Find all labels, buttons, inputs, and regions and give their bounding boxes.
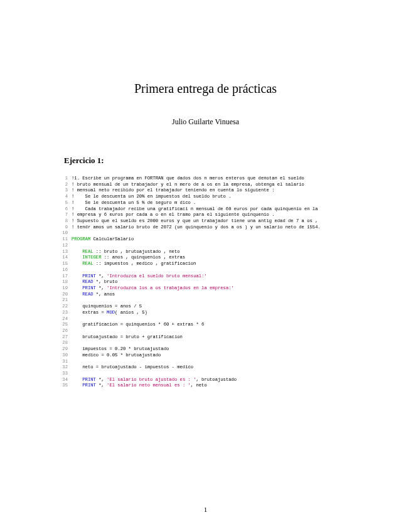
code-line: 32 neto = brutoajustado - impuestos - me… bbox=[56, 364, 355, 371]
line-content: PRINT *, 'Introduzca los a os trabajados… bbox=[72, 285, 355, 292]
code-line: 19 PRINT *, 'Introduzca los a os trabaja… bbox=[56, 285, 355, 292]
code-line: 5! Se le descuenta un 5 % de seguro m di… bbox=[56, 200, 355, 206]
line-content: READ *, bruto bbox=[72, 279, 355, 285]
code-line: 6! Cada trabajador recibe una gratificac… bbox=[56, 206, 355, 213]
code-line: 3! mensual neto recibido por el trabajad… bbox=[56, 188, 355, 194]
line-content: neto = brutoajustado - impuestos - medic… bbox=[72, 364, 355, 371]
line-number: 24 bbox=[56, 316, 72, 322]
line-content: ! bruto mensual de un trabajador y el n … bbox=[72, 182, 355, 188]
line-number: 13 bbox=[56, 249, 72, 255]
code-line: 13 REAL :: bruto , brutoajustado , neto bbox=[56, 249, 355, 255]
code-line: 16 bbox=[56, 267, 355, 274]
line-number: 22 bbox=[56, 304, 72, 310]
code-listing: 1!1. Escribe un programa en FORTRAN que … bbox=[56, 176, 355, 389]
line-content: gratificacion = quinquenios * 60 + extra… bbox=[72, 322, 355, 328]
line-number: 27 bbox=[56, 334, 72, 341]
code-line: 22 quinquenios = anos / 5 bbox=[56, 304, 355, 310]
line-number: 14 bbox=[56, 255, 72, 261]
line-content: !1. Escribe un programa en FORTRAN que d… bbox=[72, 176, 355, 182]
line-content: brutoajustado = bruto + gratificacion bbox=[72, 334, 355, 341]
line-number: 4 bbox=[56, 194, 72, 200]
code-line: 9! tendr amos un salario bruto de 2072 (… bbox=[56, 225, 355, 231]
line-content: ! Supuesto que el sueldo es 2000 euros y… bbox=[72, 218, 355, 225]
code-line: 15 REAL :: impuestos , medico , gratific… bbox=[56, 261, 355, 267]
code-line: 26 bbox=[56, 328, 355, 334]
line-content: REAL :: bruto , brutoajustado , neto bbox=[72, 249, 355, 255]
page-number: 1 bbox=[0, 506, 411, 513]
document-page: Primera entrega de prácticas Julio Guila… bbox=[0, 0, 411, 532]
line-number: 34 bbox=[56, 377, 72, 383]
line-content: ! Se le descuenta un 5 % de seguro m dic… bbox=[72, 200, 355, 206]
line-content: PRINT *, 'El salario neto mensual es : '… bbox=[72, 383, 355, 389]
line-number: 26 bbox=[56, 328, 72, 334]
line-number: 18 bbox=[56, 279, 72, 285]
line-number: 20 bbox=[56, 292, 72, 298]
line-number: 21 bbox=[56, 297, 72, 304]
code-line: 14 INTEGER :: anos , quinquenios , extra… bbox=[56, 255, 355, 261]
code-line: 29 impuestos = 0.20 * brutoajustado bbox=[56, 346, 355, 353]
line-number: 9 bbox=[56, 225, 72, 231]
line-content: INTEGER :: anos , quinquenios , extras bbox=[72, 255, 355, 261]
line-number: 28 bbox=[56, 340, 72, 346]
code-line: 1!1. Escribe un programa en FORTRAN que … bbox=[56, 176, 355, 182]
code-line: 31 bbox=[56, 359, 355, 365]
line-number: 7 bbox=[56, 212, 72, 218]
code-line: 33 bbox=[56, 371, 355, 377]
code-line: 12 bbox=[56, 243, 355, 249]
line-number: 31 bbox=[56, 359, 72, 365]
line-content: ! mensual neto recibido por el trabajado… bbox=[72, 188, 355, 194]
line-content: ! Se le descuenta un 20% en impuestos de… bbox=[72, 194, 355, 200]
line-number: 19 bbox=[56, 285, 72, 292]
code-line: 27 brutoajustado = bruto + gratificacion bbox=[56, 334, 355, 341]
line-number: 16 bbox=[56, 267, 72, 274]
line-number: 10 bbox=[56, 230, 72, 237]
code-line: 4! Se le descuenta un 20% en impuestos d… bbox=[56, 194, 355, 200]
line-number: 1 bbox=[56, 176, 72, 182]
line-number: 25 bbox=[56, 322, 72, 328]
line-number: 3 bbox=[56, 188, 72, 194]
code-line: 18 READ *, bruto bbox=[56, 279, 355, 285]
code-line: 28 bbox=[56, 340, 355, 346]
code-line: 23 extras = MOD( anios , 5) bbox=[56, 310, 355, 316]
line-content: READ *, anos bbox=[72, 292, 355, 298]
code-line: 7! empresa y 6 euros por cada a o en el … bbox=[56, 212, 355, 218]
code-line: 34 PRINT *, 'El salario bruto ajustado e… bbox=[56, 377, 355, 383]
line-number: 23 bbox=[56, 310, 72, 316]
line-content: ! empresa y 6 euros por cada a o en el t… bbox=[72, 212, 355, 218]
line-number: 15 bbox=[56, 261, 72, 267]
line-content: extras = MOD( anios , 5) bbox=[72, 310, 355, 316]
code-line: 20 READ *, anos bbox=[56, 292, 355, 298]
line-number: 5 bbox=[56, 200, 72, 206]
line-content: ! Cada trabajador recibe una gratificaci… bbox=[72, 206, 355, 213]
line-number: 2 bbox=[56, 182, 72, 188]
line-number: 11 bbox=[56, 237, 72, 243]
line-content: medico = 0.05 * brutoajustado bbox=[72, 353, 355, 359]
line-number: 35 bbox=[56, 383, 72, 389]
section-heading: Ejercicio 1: bbox=[56, 156, 355, 166]
line-content: PRINT *, 'El salario bruto ajustado es :… bbox=[72, 377, 355, 383]
line-number: 6 bbox=[56, 206, 72, 213]
code-line: 21 bbox=[56, 297, 355, 304]
line-number: 33 bbox=[56, 371, 72, 377]
line-number: 30 bbox=[56, 353, 72, 359]
line-number: 32 bbox=[56, 364, 72, 371]
code-line: 11PROGRAM CalcularSalario bbox=[56, 237, 355, 243]
line-number: 29 bbox=[56, 346, 72, 353]
code-line: 30 medico = 0.05 * brutoajustado bbox=[56, 353, 355, 359]
document-author: Julio Guilarte Vinuesa bbox=[56, 117, 355, 127]
line-content: quinquenios = anos / 5 bbox=[72, 304, 355, 310]
line-content: PROGRAM CalcularSalario bbox=[72, 237, 355, 243]
line-content: ! tendr amos un salario bruto de 2072 (u… bbox=[72, 225, 355, 231]
line-number: 12 bbox=[56, 243, 72, 249]
line-content: PRINT *, 'Introduzca el sueldo bruto men… bbox=[72, 274, 355, 280]
code-line: 8! Supuesto que el sueldo es 2000 euros … bbox=[56, 218, 355, 225]
line-number: 8 bbox=[56, 218, 72, 225]
code-line: 25 gratificacion = quinquenios * 60 + ex… bbox=[56, 322, 355, 328]
code-line: 17 PRINT *, 'Introduzca el sueldo bruto … bbox=[56, 274, 355, 280]
line-content: REAL :: impuestos , medico , gratificaci… bbox=[72, 261, 355, 267]
line-number: 17 bbox=[56, 274, 72, 280]
line-content: impuestos = 0.20 * brutoajustado bbox=[72, 346, 355, 353]
document-title: Primera entrega de prácticas bbox=[56, 82, 355, 96]
code-line: 10 bbox=[56, 230, 355, 237]
code-line: 35 PRINT *, 'El salario neto mensual es … bbox=[56, 383, 355, 389]
